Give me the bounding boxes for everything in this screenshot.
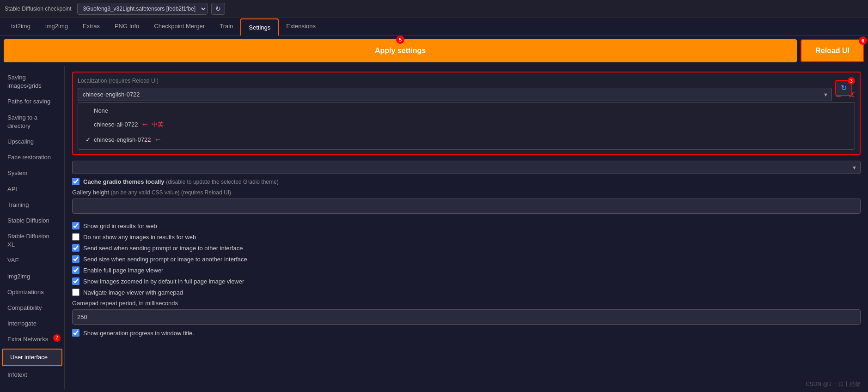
show-grid-checkbox[interactable] [72,222,79,229]
theme-row [72,161,861,174]
chinese-english-checkmark: ✓ [86,136,91,143]
tab-settings[interactable]: Settings [240,18,279,36]
tab-extensions[interactable]: Extensions [279,18,323,35]
localization-select[interactable]: None chinese-all-0722 chinese-english-07… [78,88,832,101]
content-area: Localization (requires Reload UI) None c… [65,66,868,389]
loc-menu-chinese-english[interactable]: ✓ chinese-english-0722 ← [78,132,855,147]
top-bar: Stable Diffusion checkpoint 3Guofeng3_v3… [0,0,868,18]
gamepad-period-heading: Gamepad repeat period, in milliseconds [72,300,861,307]
show-progress-checkbox[interactable] [72,329,79,337]
sidebar-item-paths[interactable]: Paths for saving [0,94,64,109]
loc-menu-none[interactable]: None [78,104,855,117]
localization-refresh-button[interactable]: ↻ 3 [835,80,852,96]
sidebar-item-face-restoration[interactable]: Face restoration [0,150,64,165]
sidebar-item-compatibility[interactable]: Compatibility [0,300,64,316]
none-label: None [94,107,108,114]
apply-settings-button[interactable]: Apply settings 5 [4,39,797,62]
cache-gradio-row: Cache gradio themes locally (disable to … [72,178,861,185]
sidebar-item-api[interactable]: API [0,181,64,197]
sidebar-item-saving-dir[interactable]: Saving to a directory [0,110,64,134]
sidebar-item-extra-networks[interactable]: Extra Networks 2 [0,332,64,347]
reload-ui-button[interactable]: Reload UI 6 [801,39,864,62]
sidebar: Saving images/grids Paths for saving Sav… [0,66,65,389]
send-size-row: Send size when sending prompt or image t… [72,255,861,263]
send-size-label: Send size when sending prompt or image t… [83,256,247,263]
tab-extras[interactable]: Extras [75,18,107,35]
refresh-corner-badge: 3 [848,77,855,84]
chinese-all-zh: 中英 [152,121,164,129]
show-progress-row: Show generation progress in window title… [72,329,861,337]
no-images-checkbox[interactable] [72,233,79,241]
checkpoint-select[interactable]: 3Guofeng3_v32Light.safetensors [fedb2f1f… [77,3,208,15]
cache-gradio-label: Cache gradio themes locally (disable to … [83,178,279,185]
localization-dropdown-row: None chinese-all-0722 chinese-english-07… [78,88,855,101]
gallery-height-section: Gallery height (an be any valid CSS valu… [72,189,861,217]
sidebar-item-upscaling[interactable]: Upscaling [0,134,64,150]
gallery-height-desc: (an be any valid CSS value) (requires Re… [111,189,231,196]
localization-select-wrapper: None chinese-all-0722 chinese-english-07… [78,88,832,101]
apply-settings-label: Apply settings [375,47,426,54]
gamepad-period-section: Gamepad repeat period, in milliseconds [72,300,861,325]
tab-img2img[interactable]: img2img [38,18,75,35]
sidebar-item-infotext[interactable]: Infotext [0,367,64,383]
reload-ui-label: Reload UI [815,47,850,54]
navigate-gamepad-checkbox[interactable] [72,289,79,296]
show-grid-row: Show grid in results for web [72,222,861,229]
navigate-gamepad-row: Navigate image viewer with gamepad [72,289,861,296]
localization-title-desc: (requires Reload UI) [109,78,159,84]
show-progress-label: Show generation progress in window title… [83,330,194,337]
show-zoomed-label: Show images zoomed in by default in full… [83,278,244,285]
no-images-row: Do not show any images in results for we… [72,233,861,241]
chinese-all-arrow: ← [141,120,149,129]
show-zoomed-checkbox[interactable] [72,277,79,285]
main-layout: Saving images/grids Paths for saving Sav… [0,66,868,389]
send-seed-label: Send seed when sending prompt or image t… [83,245,243,252]
extra-networks-badge: 2 [53,334,61,342]
theme-select[interactable] [72,161,861,174]
gallery-height-label: Gallery height [72,189,109,196]
apply-badge: 5 [396,36,404,44]
cache-gradio-checkbox[interactable] [72,178,79,185]
full-page-viewer-checkbox[interactable] [72,266,79,274]
action-bar: Apply settings 5 Reload UI 6 [0,36,868,66]
cache-gradio-desc: (disable to update the selected Gradio t… [166,179,278,185]
tab-checkpoint-merger[interactable]: Checkpoint Merger [147,18,212,35]
localization-box: Localization (requires Reload UI) None c… [72,72,861,155]
no-images-label: Do not show any images in results for we… [83,234,196,241]
localization-title-text: Localization [78,78,107,84]
sidebar-item-img2img[interactable]: img2img [0,269,64,284]
chinese-english-arrow: ← [154,135,162,145]
show-grid-label: Show grid in results for web [83,223,157,229]
chinese-english-label: chinese-english-0722 [94,136,151,143]
send-seed-checkbox[interactable] [72,244,79,252]
navigate-gamepad-label: Navigate image viewer with gamepad [83,289,183,296]
localization-title: Localization (requires Reload UI) [78,77,855,84]
sidebar-item-system[interactable]: System [0,165,64,181]
sidebar-item-stable-diffusion[interactable]: Stable Diffusion [0,213,64,229]
checkpoint-refresh-button[interactable]: ↻ [211,3,225,15]
gamepad-period-input[interactable] [72,309,861,325]
full-page-viewer-row: Enable full page image viewer [72,266,861,274]
sidebar-item-vae[interactable]: VAE [0,253,64,268]
loc-menu-chinese-all[interactable]: chinese-all-0722 ← 中英 [78,117,855,132]
sidebar-item-training[interactable]: Training [0,197,64,213]
tab-png-info[interactable]: PNG Info [107,18,147,35]
gallery-height-input[interactable] [72,199,861,214]
tab-txt2img[interactable]: txt2img [4,18,38,35]
full-page-viewer-label: Enable full page image viewer [83,267,163,274]
checkpoint-label: Stable Diffusion checkpoint [5,6,72,12]
tab-train[interactable]: Train [212,18,240,35]
reload-badge: 6 [859,36,867,45]
refresh-corner-wrapper: ↻ 3 [839,76,856,92]
send-size-checkbox[interactable] [72,255,79,263]
localization-dropdown-menu: None chinese-all-0722 ← 中英 ✓ chinese-eng… [78,102,855,150]
gallery-height-heading: Gallery height (an be any valid CSS valu… [72,189,861,196]
sidebar-item-optimizations[interactable]: Optimizations [0,284,64,300]
sidebar-item-saving-images[interactable]: Saving images/grids [0,70,64,94]
cache-gradio-label-main: Cache gradio themes locally [83,178,165,185]
theme-select-wrapper [72,161,861,174]
sidebar-item-user-interface[interactable]: User interface [2,349,62,366]
chinese-all-label: chinese-all-0722 [94,121,138,128]
sidebar-item-stable-diffusion-xl[interactable]: Stable Diffusion XL [0,229,64,253]
sidebar-item-interrogate[interactable]: Interrogate [0,316,64,332]
